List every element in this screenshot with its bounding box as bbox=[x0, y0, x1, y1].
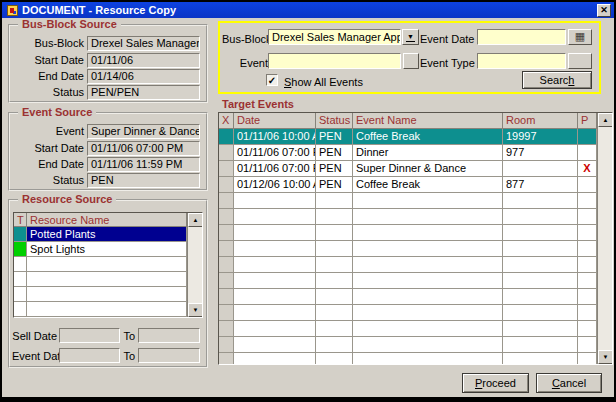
table-cell[interactable] bbox=[578, 225, 597, 241]
table-cell[interactable] bbox=[578, 289, 597, 305]
table-row[interactable]: 01/11/06 07:00 PMPENSuper Dinner & Dance… bbox=[219, 161, 612, 177]
table-cell[interactable]: 01/11/06 07:00 PM bbox=[234, 145, 316, 161]
table-cell[interactable] bbox=[503, 289, 578, 305]
table-cell[interactable]: PEN bbox=[316, 145, 353, 161]
bus-block-combo[interactable]: Drexel Sales Manager Appreciati bbox=[268, 29, 401, 45]
table-row[interactable] bbox=[219, 289, 612, 305]
table-cell[interactable] bbox=[578, 209, 597, 225]
indicator-cell[interactable] bbox=[14, 272, 27, 287]
table-cell[interactable] bbox=[353, 209, 503, 225]
table-cell[interactable]: 19997 bbox=[503, 129, 578, 145]
end-date-field[interactable]: 01/14/06 bbox=[87, 69, 200, 84]
table-cell[interactable] bbox=[234, 321, 316, 337]
event-date-input[interactable] bbox=[477, 29, 566, 45]
column-header-date[interactable]: Date bbox=[234, 113, 316, 129]
table-cell[interactable] bbox=[219, 305, 234, 321]
table-cell[interactable] bbox=[316, 337, 353, 353]
table-cell[interactable] bbox=[503, 273, 578, 289]
close-icon[interactable]: ✕ bbox=[597, 4, 611, 17]
resource-name-cell[interactable]: Potted Plants bbox=[27, 227, 187, 242]
table-cell[interactable] bbox=[578, 241, 597, 257]
table-row[interactable] bbox=[219, 241, 612, 257]
table-cell[interactable]: 977 bbox=[503, 145, 578, 161]
table-row[interactable] bbox=[219, 321, 612, 337]
resource-name-cell[interactable] bbox=[27, 257, 187, 272]
table-row[interactable] bbox=[219, 225, 612, 241]
table-cell[interactable]: X bbox=[578, 161, 597, 177]
start-date-field[interactable]: 01/11/06 07:00 PM bbox=[87, 141, 200, 156]
table-cell[interactable] bbox=[234, 193, 316, 209]
column-header-resource-name[interactable]: Resource Name bbox=[27, 213, 187, 227]
table-cell[interactable]: Coffee Break bbox=[353, 129, 503, 145]
resource-scrollbar[interactable]: ▲ ▼ bbox=[187, 213, 202, 317]
table-row[interactable] bbox=[219, 353, 612, 365]
status-field[interactable]: PEN bbox=[87, 173, 200, 188]
proceed-button[interactable]: Proceed bbox=[462, 373, 529, 393]
table-cell[interactable] bbox=[234, 241, 316, 257]
table-cell[interactable] bbox=[234, 337, 316, 353]
table-cell[interactable] bbox=[578, 257, 597, 273]
table-cell[interactable]: Coffee Break bbox=[353, 177, 503, 193]
indicator-cell[interactable] bbox=[14, 227, 27, 242]
column-header-p[interactable]: P bbox=[578, 113, 597, 129]
table-cell[interactable] bbox=[578, 273, 597, 289]
table-cell[interactable] bbox=[578, 129, 597, 145]
table-cell[interactable] bbox=[219, 321, 234, 337]
table-cell[interactable] bbox=[234, 273, 316, 289]
indicator-cell[interactable] bbox=[14, 302, 27, 317]
table-cell[interactable] bbox=[316, 257, 353, 273]
table-cell[interactable]: 01/12/06 10:00 AM bbox=[234, 177, 316, 193]
table-cell[interactable] bbox=[219, 337, 234, 353]
calendar-icon[interactable]: ▦ bbox=[568, 29, 592, 45]
table-cell[interactable] bbox=[353, 289, 503, 305]
table-cell[interactable] bbox=[316, 289, 353, 305]
table-cell[interactable] bbox=[353, 193, 503, 209]
resource-name-cell[interactable]: Spot Lights bbox=[27, 242, 187, 257]
table-cell[interactable] bbox=[316, 321, 353, 337]
end-date-field[interactable]: 01/11/06 11:59 PM bbox=[87, 157, 200, 172]
table-cell[interactable] bbox=[219, 225, 234, 241]
table-cell[interactable] bbox=[234, 289, 316, 305]
table-cell[interactable]: PEN bbox=[316, 177, 353, 193]
table-cell[interactable] bbox=[219, 353, 234, 365]
table-row[interactable]: 01/11/06 07:00 PMPENDinner977 bbox=[219, 145, 612, 161]
event-date-from-field[interactable] bbox=[59, 348, 120, 363]
resource-name-cell[interactable] bbox=[27, 302, 187, 317]
table-cell[interactable] bbox=[234, 353, 316, 365]
sell-date-from-field[interactable] bbox=[59, 328, 120, 343]
cancel-button[interactable]: Cancel bbox=[536, 373, 602, 393]
table-cell[interactable] bbox=[316, 209, 353, 225]
table-row[interactable]: Potted Plants bbox=[14, 227, 202, 242]
column-header-room[interactable]: Room bbox=[503, 113, 578, 129]
event-input[interactable] bbox=[268, 53, 401, 69]
lov-button[interactable] bbox=[403, 53, 419, 69]
table-row[interactable] bbox=[219, 273, 612, 289]
resource-name-cell[interactable] bbox=[27, 272, 187, 287]
column-header-status[interactable]: Status bbox=[316, 113, 353, 129]
table-cell[interactable] bbox=[503, 353, 578, 365]
table-cell[interactable]: 01/11/06 10:00 AM bbox=[234, 129, 316, 145]
table-cell[interactable] bbox=[219, 241, 234, 257]
indicator-cell[interactable] bbox=[14, 287, 27, 302]
table-cell[interactable] bbox=[316, 225, 353, 241]
bus-block-field[interactable]: Drexel Sales Manager Appr bbox=[87, 36, 200, 51]
table-cell[interactable] bbox=[578, 353, 597, 365]
table-cell[interactable] bbox=[219, 257, 234, 273]
sell-date-to-field[interactable] bbox=[138, 328, 200, 343]
event-date-to-field[interactable] bbox=[138, 348, 200, 363]
table-cell[interactable] bbox=[503, 193, 578, 209]
table-cell[interactable] bbox=[353, 321, 503, 337]
table-cell[interactable] bbox=[219, 177, 234, 193]
table-row[interactable] bbox=[219, 305, 612, 321]
table-cell[interactable] bbox=[578, 145, 597, 161]
table-cell[interactable] bbox=[316, 305, 353, 321]
table-row[interactable]: Spot Lights bbox=[14, 242, 202, 257]
table-row[interactable] bbox=[14, 287, 202, 302]
table-cell[interactable] bbox=[578, 177, 597, 193]
table-row[interactable] bbox=[14, 302, 202, 317]
table-cell[interactable] bbox=[503, 241, 578, 257]
table-row[interactable] bbox=[219, 337, 612, 353]
table-cell[interactable] bbox=[234, 225, 316, 241]
event-type-input[interactable] bbox=[477, 53, 566, 69]
table-cell[interactable] bbox=[578, 305, 597, 321]
